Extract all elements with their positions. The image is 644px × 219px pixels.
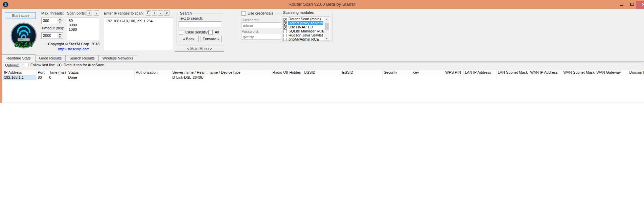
table-cell[interactable]: 80	[36, 75, 48, 80]
max-threads-label: Max. threads:	[41, 11, 64, 15]
table-cell[interactable]	[463, 75, 496, 80]
table-cell[interactable]	[562, 75, 595, 80]
module-checkbox[interactable]	[283, 38, 287, 41]
column-header[interactable]: Status	[67, 70, 134, 75]
column-header[interactable]: Key	[411, 70, 444, 75]
table-row[interactable]: 192.168.1.1800DoneD-Link DSL-2640U	[3, 75, 644, 80]
main-menu-button[interactable]: < Main Menu >	[175, 46, 224, 52]
use-credentials-checkbox[interactable]	[242, 11, 246, 16]
table-cell[interactable]	[271, 75, 288, 80]
column-header[interactable]: ESSID	[341, 70, 382, 75]
table-cell[interactable]	[595, 75, 628, 80]
maximize-icon	[630, 3, 634, 6]
max-threads-value[interactable]: 300	[43, 19, 49, 23]
forward-button[interactable]: Forward »	[201, 36, 222, 42]
minimize-button[interactable]	[616, 0, 626, 9]
port-item[interactable]: 1080	[69, 27, 97, 32]
minimize-icon	[620, 5, 623, 6]
module-item[interactable]: ✓Router Scan (main)	[282, 17, 330, 21]
scan-logo: SCAN	[10, 22, 37, 50]
table-cell[interactable]: D-Link DSL-2640U	[171, 75, 271, 80]
results-table: IP AddressPortTime (ms)StatusAuthorizati…	[3, 70, 644, 80]
password-label: Password:	[242, 29, 259, 33]
start-scan-button[interactable]: Start scan	[5, 12, 36, 19]
column-header[interactable]: Domain Name	[628, 70, 644, 75]
table-cell[interactable]	[496, 75, 529, 80]
module-checkbox[interactable]	[283, 30, 287, 33]
column-header[interactable]: Time (ms)	[48, 70, 67, 75]
scan-ports-list[interactable]: 8080801080	[67, 18, 99, 40]
module-item[interactable]: phpMyAdmin RCE	[282, 37, 330, 41]
column-header[interactable]: Hidden	[288, 70, 303, 75]
table-cell[interactable]	[529, 75, 562, 80]
password-input[interactable]: qwerty	[241, 34, 281, 40]
ip-range-button-x[interactable]: x	[164, 10, 169, 16]
modules-list[interactable]: ✓Router Scan (main)✓Detect proxy servers…	[282, 17, 330, 41]
table-cell[interactable]	[628, 75, 644, 80]
table-cell[interactable]	[134, 75, 171, 80]
column-header[interactable]: LAN IP Address	[463, 70, 496, 75]
default-tab-autosave-radio[interactable]	[57, 63, 62, 67]
table-cell[interactable]: 192.168.1.1	[3, 75, 36, 80]
table-cell[interactable]	[444, 75, 463, 80]
column-header[interactable]: Security	[382, 70, 411, 75]
follow-last-line-checkbox[interactable]	[24, 63, 28, 67]
table-cell[interactable]: 0	[48, 75, 67, 80]
spinner-up-icon[interactable]	[57, 18, 63, 21]
column-header[interactable]: LAN Subnet Mask	[496, 70, 529, 75]
spinner-down-icon[interactable]	[57, 36, 63, 39]
table-cell[interactable]	[411, 75, 444, 80]
case-sensitive-label: Case sensitive	[185, 30, 210, 34]
timeout-spinner[interactable]: 2000	[41, 32, 63, 39]
username-input[interactable]: admin	[241, 22, 281, 28]
credentials-group: Use credentials Username: admin Password…	[239, 14, 283, 43]
column-header[interactable]: Server name / Realm name / Device type	[171, 70, 271, 75]
table-cell[interactable]: Done	[67, 75, 134, 80]
column-header[interactable]: Port	[36, 70, 48, 75]
max-threads-spinner[interactable]: 300	[41, 18, 63, 24]
module-item[interactable]: SQLite Manager RCE	[282, 29, 330, 33]
column-header[interactable]: BSSID	[303, 70, 341, 75]
tab-wireless-networks[interactable]: Wireless Networks	[98, 55, 137, 61]
ip-range-button--[interactable]: -	[158, 10, 163, 16]
column-header[interactable]: WAN IP Address	[529, 70, 562, 75]
port-item[interactable]: 8080	[69, 23, 97, 27]
module-label: phpMyAdmin RCE	[288, 37, 320, 41]
column-header[interactable]: IP Address	[3, 70, 36, 75]
column-header[interactable]: WAN Subnet Mask	[562, 70, 595, 75]
remove-port-button[interactable]: -	[94, 10, 99, 16]
results-table-wrap[interactable]: IP AddressPortTime (ms)StatusAuthorizati…	[3, 70, 644, 102]
port-item[interactable]: 80	[69, 19, 97, 23]
module-item[interactable]: ✓Use HNAP 1.0	[282, 25, 330, 29]
all-checkbox[interactable]	[208, 30, 213, 34]
table-cell[interactable]	[288, 75, 303, 80]
column-header[interactable]: Radio Off	[271, 70, 288, 75]
ip-range-button-E[interactable]: E	[146, 10, 151, 16]
close-button[interactable]: ✕	[636, 1, 644, 9]
table-cell[interactable]	[341, 75, 382, 80]
tab-good-results[interactable]: Good Results	[35, 55, 66, 61]
ip-range-button-+[interactable]: +	[152, 10, 157, 16]
module-checkbox[interactable]	[283, 34, 287, 37]
tab-search-results[interactable]: Search Results	[65, 55, 99, 61]
column-header[interactable]: Authorization	[134, 70, 171, 75]
search-input[interactable]	[179, 21, 221, 27]
table-cell[interactable]	[303, 75, 341, 80]
titlebar[interactable]: Router Scan v2.60 Beta by Stas'M ✕	[0, 0, 644, 9]
add-port-button[interactable]: +	[87, 10, 92, 16]
spinner-down-icon[interactable]	[57, 21, 63, 24]
spinner-up-icon[interactable]	[57, 33, 63, 35]
column-header[interactable]: WAN Gateway	[595, 70, 628, 75]
column-header[interactable]: WPS PIN	[444, 70, 463, 75]
timeout-value[interactable]: 2000	[43, 33, 51, 38]
window-title: Router Scan v2.60 Beta by Stas'M	[0, 2, 644, 7]
back-button[interactable]: « Back	[179, 36, 199, 42]
module-label: Detect proxy servers	[288, 21, 323, 25]
case-sensitive-checkbox[interactable]	[179, 30, 183, 34]
homepage-link[interactable]: http://stascorp.com	[40, 47, 108, 51]
ip-ranges-input[interactable]: 192.168.0-10,100,199.1,254	[104, 18, 173, 50]
table-cell[interactable]	[382, 75, 411, 80]
module-item[interactable]: ✓Detect proxy servers	[282, 21, 330, 25]
module-item[interactable]: Hudson Java Servlet	[282, 33, 330, 37]
tab-realtime-stats[interactable]: Realtime Stats	[2, 54, 36, 62]
